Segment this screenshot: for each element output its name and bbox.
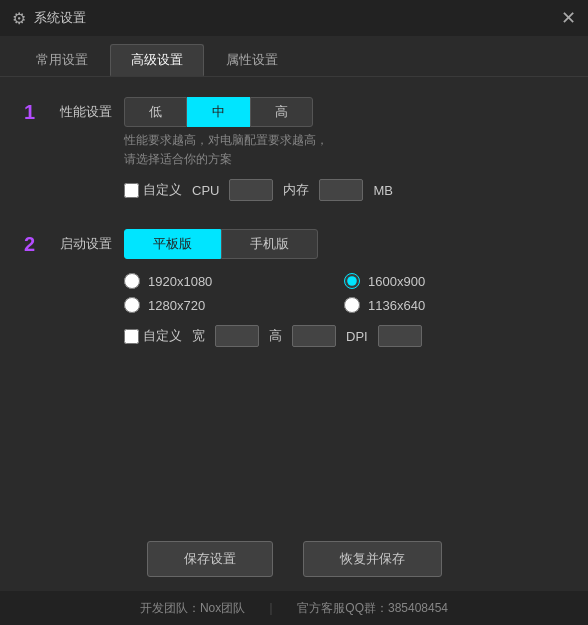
- res-1920-option[interactable]: 1920x1080: [124, 273, 344, 289]
- main-window: ⚙ 系统设置 ✕ 常用设置 高级设置 属性设置 1 性能设置 低 中 高 性能要…: [0, 0, 588, 625]
- startup-phone-btn[interactable]: 手机版: [221, 229, 318, 259]
- dpi-input[interactable]: [378, 325, 422, 347]
- dpi-row: 自定义 宽 高 DPI: [124, 325, 564, 347]
- section1-body: 低 中 高 性能要求越高，对电脑配置要求越高，请选择适合你的方案 自定义 CPU…: [124, 97, 564, 201]
- startup-custom-label: 自定义: [143, 327, 182, 345]
- mem-input[interactable]: [319, 179, 363, 201]
- res-1920-label: 1920x1080: [148, 274, 212, 289]
- height-input[interactable]: [292, 325, 336, 347]
- tab-properties[interactable]: 属性设置: [206, 45, 298, 75]
- startup-custom-checkbox[interactable]: [124, 329, 139, 344]
- startup-tablet-btn[interactable]: 平板版: [124, 229, 221, 259]
- support-qq: 官方客服QQ群：385408454: [297, 600, 448, 617]
- dev-team: 开发团队：Nox团队: [140, 600, 245, 617]
- performance-custom-row: 自定义 CPU 内存 MB: [124, 179, 564, 201]
- res-1280-label: 1280x720: [148, 298, 205, 313]
- section1-number: 1: [24, 101, 48, 124]
- startup-section: 2 启动设置 平板版 手机版 1920x1080 1600x900: [24, 229, 564, 347]
- width-input[interactable]: [215, 325, 259, 347]
- res-1136-option[interactable]: 1136x640: [344, 297, 564, 313]
- title-bar: ⚙ 系统设置 ✕: [0, 0, 588, 36]
- res-1280-option[interactable]: 1280x720: [124, 297, 344, 313]
- mem-label: 内存: [283, 181, 309, 199]
- cpu-input[interactable]: [229, 179, 273, 201]
- startup-btn-group: 平板版 手机版: [124, 229, 564, 259]
- section1-label: 性能设置: [60, 103, 124, 121]
- dpi-label: DPI: [346, 329, 368, 344]
- footer-buttons: 保存设置 恢复并保存: [0, 531, 588, 591]
- section2-number: 2: [24, 233, 48, 256]
- content-area: 1 性能设置 低 中 高 性能要求越高，对电脑配置要求越高，请选择适合你的方案 …: [0, 77, 588, 531]
- window-title: 系统设置: [34, 9, 86, 27]
- custom-checkbox-wrap: 自定义: [124, 181, 182, 199]
- res-1280-radio[interactable]: [124, 297, 140, 313]
- startup-custom-checkbox-wrap: 自定义: [124, 327, 182, 345]
- save-button[interactable]: 保存设置: [147, 541, 273, 577]
- res-1920-radio[interactable]: [124, 273, 140, 289]
- tab-advanced[interactable]: 高级设置: [110, 44, 204, 76]
- title-bar-left: ⚙ 系统设置: [12, 9, 86, 28]
- settings-icon: ⚙: [12, 9, 26, 28]
- mb-label: MB: [373, 183, 393, 198]
- performance-section: 1 性能设置 低 中 高 性能要求越高，对电脑配置要求越高，请选择适合你的方案 …: [24, 97, 564, 201]
- section2-body: 平板版 手机版 1920x1080 1600x900 1280x720: [124, 229, 564, 347]
- performance-hint: 性能要求越高，对电脑配置要求越高，请选择适合你的方案: [124, 131, 564, 169]
- performance-btn-group: 低 中 高: [124, 97, 564, 127]
- custom-label: 自定义: [143, 181, 182, 199]
- perf-high-btn[interactable]: 高: [250, 97, 313, 127]
- height-label: 高: [269, 327, 282, 345]
- cpu-label: CPU: [192, 183, 219, 198]
- res-1600-option[interactable]: 1600x900: [344, 273, 564, 289]
- close-button[interactable]: ✕: [561, 9, 576, 27]
- restore-button[interactable]: 恢复并保存: [303, 541, 442, 577]
- bottom-divider: ｜: [265, 600, 277, 617]
- res-1136-label: 1136x640: [368, 298, 425, 313]
- tab-bar: 常用设置 高级设置 属性设置: [0, 36, 588, 77]
- perf-mid-btn[interactable]: 中: [187, 97, 250, 127]
- custom-checkbox[interactable]: [124, 183, 139, 198]
- width-label: 宽: [192, 327, 205, 345]
- res-1136-radio[interactable]: [344, 297, 360, 313]
- resolution-options: 1920x1080 1600x900 1280x720 1136x640: [124, 273, 564, 313]
- tab-general[interactable]: 常用设置: [16, 45, 108, 75]
- section2-label: 启动设置: [60, 235, 124, 253]
- bottom-bar: 开发团队：Nox团队 ｜ 官方客服QQ群：385408454: [0, 591, 588, 625]
- res-1600-label: 1600x900: [368, 274, 425, 289]
- res-1600-radio[interactable]: [344, 273, 360, 289]
- perf-low-btn[interactable]: 低: [124, 97, 187, 127]
